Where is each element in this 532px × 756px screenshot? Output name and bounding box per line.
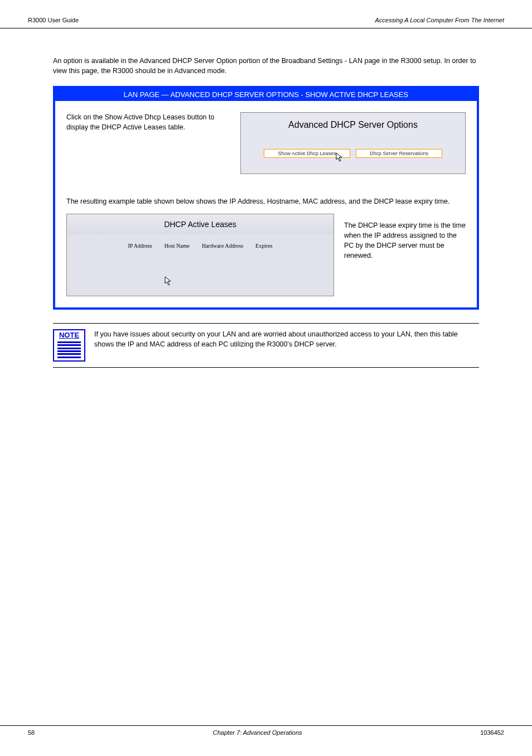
col-ip-address: IP Address (128, 242, 152, 251)
note-text: If you have issues about security on you… (94, 329, 479, 349)
footer-chapter: Chapter 7: Advanced Operations (213, 729, 302, 736)
lease-note: The DHCP lease expiry time is the time w… (344, 220, 466, 261)
header-right: Accessing A Local Computer From The Inte… (375, 17, 504, 23)
panel-title: LAN PAGE — ADVANCED DHCP SERVER OPTIONS … (55, 88, 477, 101)
section1-paragraph: Click on the Show Active Dhcp Leases but… (66, 112, 230, 132)
footer-doc: 1036452 (480, 729, 504, 736)
col-host-name: Host Name (165, 242, 190, 251)
leases-header: DHCP Active Leases (67, 214, 333, 234)
footer-page: 58 (28, 729, 35, 736)
lan-panel: LAN PAGE — ADVANCED DHCP SERVER OPTIONS … (53, 86, 479, 310)
note-label: NOTE (54, 330, 84, 339)
leases-columns: IP Address Host Name Hardware Address Ex… (67, 242, 333, 251)
leases-intro: The resulting example table shown below … (66, 196, 466, 206)
advanced-dhcp-options-box: Advanced DHCP Server Options Show Active… (240, 112, 466, 174)
dhcp-server-reservations-button[interactable]: Dhcp Server Reservations (356, 149, 442, 158)
dhcp-active-leases-box: DHCP Active Leases IP Address Host Name … (66, 214, 334, 296)
col-hardware-address: Hardware Address (202, 242, 243, 251)
section1-text: Click on the Show Active Dhcp Leases but… (66, 112, 230, 174)
options-title: Advanced DHCP Server Options (246, 118, 460, 131)
cursor-icon (165, 276, 172, 286)
note-icon: NOTE (53, 329, 85, 362)
note-block: NOTE If you have issues about security o… (53, 323, 479, 368)
col-expires: Expires (255, 242, 273, 251)
show-active-dhcp-leases-button[interactable]: Show Active Dhcp Leases (264, 149, 350, 158)
intro-paragraph: An option is available in the Advanced D… (53, 56, 479, 76)
header-left: R3000 User Guide (28, 17, 79, 23)
